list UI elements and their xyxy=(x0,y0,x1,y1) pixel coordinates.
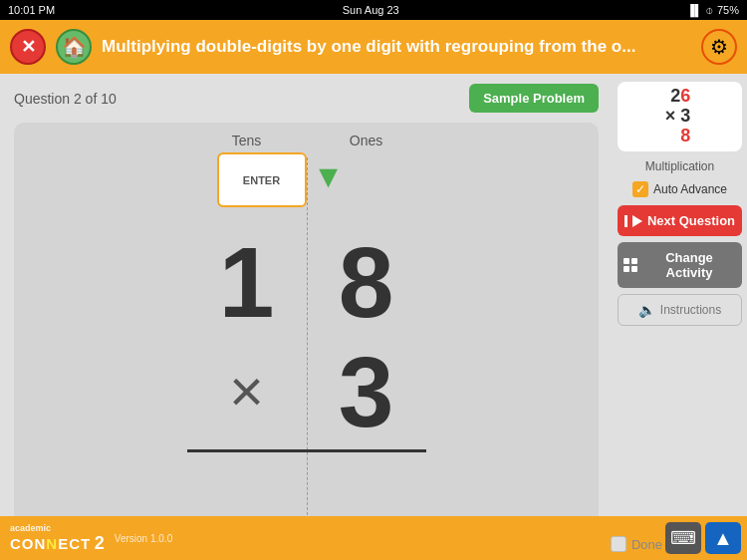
question-label: Question 2 of 10 xyxy=(14,91,117,107)
checkmark-icon: ✓ xyxy=(635,182,645,196)
left-panel: Question 2 of 10 Sample Problem Tens One… xyxy=(0,74,613,560)
header: ✕ 🏠 Multiplying double-digits by one dig… xyxy=(0,20,747,74)
home-icon: 🏠 xyxy=(62,35,87,59)
signal-icon: ▐▌ xyxy=(686,4,702,16)
mini-math: 26 × 3 8 xyxy=(665,87,695,145)
bottom-bar: academic CONNECT 2 Version 1.0.0 Done ⌨ … xyxy=(0,516,747,560)
gear-icon: ⚙ xyxy=(710,35,728,59)
horizontal-line xyxy=(187,449,426,452)
sample-problem-button[interactable]: Sample Problem xyxy=(469,84,599,113)
gear-button[interactable]: ⚙ xyxy=(701,29,737,65)
instructions-button[interactable]: 🔈 Instructions xyxy=(618,294,742,326)
scroll-up-button[interactable]: ▲ xyxy=(705,522,741,554)
enter-label: ENTER xyxy=(243,174,280,186)
auto-advance-checkbox[interactable]: ✓ xyxy=(632,181,648,197)
multiplication-card: 26 × 3 8 xyxy=(618,82,742,151)
version-text: Version 1.0.0 xyxy=(115,533,172,544)
bar-icon xyxy=(624,215,627,227)
close-icon: ✕ xyxy=(21,36,36,58)
logo-number: 2 xyxy=(95,533,105,553)
play-icon xyxy=(632,215,642,227)
multiplier-row: × 3 xyxy=(14,342,599,441)
right-top: 26 × 3 8 Multiplication ✓ Auto Advance N… xyxy=(619,82,741,326)
logo-text: academic CONNECT 2 xyxy=(10,523,105,554)
keyboard-icon: ⌨ xyxy=(670,527,696,549)
status-right: ▐▌ ⌽ 75% xyxy=(686,4,739,16)
done-label: Done xyxy=(631,537,662,552)
instructions-label: Instructions xyxy=(660,303,721,317)
status-bar: 10:01 PM Sun Aug 23 ▐▌ ⌽ 75% xyxy=(0,0,747,20)
tens-ones-header: Tens Ones xyxy=(14,133,599,148)
down-arrow-icon: ▼ xyxy=(313,160,345,192)
enter-box[interactable]: ENTER xyxy=(217,152,307,207)
status-time: 10:01 PM xyxy=(8,4,55,16)
logo-academic: academic xyxy=(10,523,105,533)
auto-advance-label: Auto Advance xyxy=(653,182,727,196)
math-display: 1 8 × 3 xyxy=(14,222,599,510)
auto-advance-row[interactable]: ✓ Auto Advance xyxy=(628,179,731,199)
multiplication-label: Multiplication xyxy=(645,159,714,173)
next-question-button[interactable]: Next Question xyxy=(618,205,742,236)
keyboard-button[interactable]: ⌨ xyxy=(665,522,701,554)
digit-tens: 1 xyxy=(187,232,307,332)
next-question-label: Next Question xyxy=(647,213,735,228)
done-checkbox[interactable] xyxy=(611,536,626,552)
first-number-row: 1 8 xyxy=(14,232,599,332)
grid-icon xyxy=(623,258,637,272)
logo-area: academic CONNECT 2 Version 1.0.0 xyxy=(10,523,172,554)
battery-level: 75% xyxy=(717,4,739,16)
times-sign: × xyxy=(187,362,307,421)
right-panel: 26 × 3 8 Multiplication ✓ Auto Advance N… xyxy=(613,74,747,560)
ones-label: Ones xyxy=(307,133,426,148)
speaker-icon: 🔈 xyxy=(638,302,655,318)
status-date: Sun Aug 23 xyxy=(343,4,399,16)
tens-label: Tens xyxy=(187,133,307,148)
up-arrow-icon: ▲ xyxy=(713,527,733,550)
home-button[interactable]: 🏠 xyxy=(56,29,92,65)
change-activity-button[interactable]: Change Activity xyxy=(618,242,742,288)
change-activity-label: Change Activity xyxy=(642,250,736,280)
digit-ones: 8 xyxy=(307,232,426,332)
main-content: Question 2 of 10 Sample Problem Tens One… xyxy=(0,74,747,560)
problem-area: Tens Ones ENTER ▼ 1 8 × 3 xyxy=(14,123,599,550)
logo-connect: CONNECT xyxy=(10,535,91,552)
multiplier-digit: 3 xyxy=(307,342,426,441)
done-area[interactable]: Done xyxy=(611,536,662,552)
page-title: Multiplying double-digits by one digit w… xyxy=(102,37,691,57)
close-button[interactable]: ✕ xyxy=(10,29,46,65)
wifi-icon: ⌽ xyxy=(706,4,713,16)
